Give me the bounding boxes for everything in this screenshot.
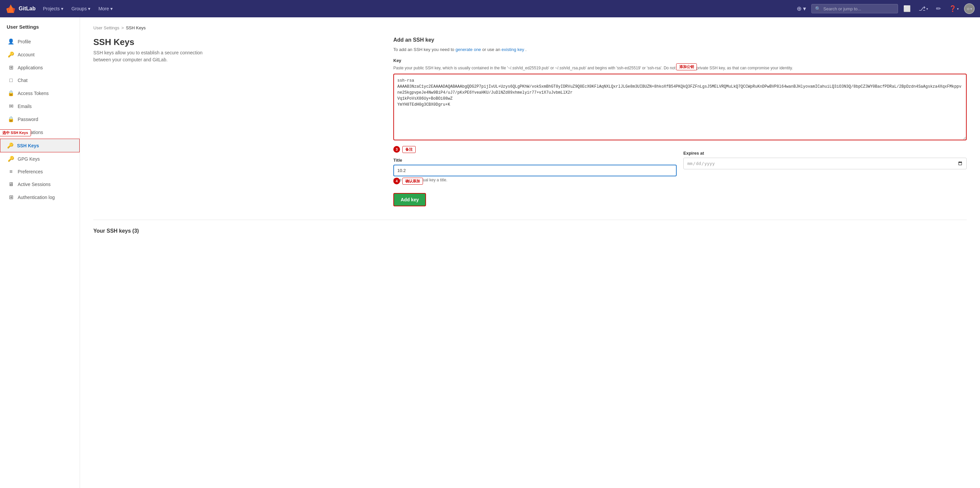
- search-icon: 🔍: [815, 6, 821, 11]
- plus-circle-icon: ⊕: [797, 5, 802, 12]
- add-section-intro: To add an SSH key you need to generate o…: [393, 46, 967, 53]
- gpg-keys-icon: 🔑: [8, 156, 14, 162]
- preferences-icon: ≡: [8, 168, 14, 175]
- search-input[interactable]: [823, 6, 894, 11]
- title-field-hint: Give your individual key a title.: [393, 178, 677, 182]
- key-field-label: Key: [393, 58, 967, 63]
- sidebar-item-auth-log[interactable]: ⊞ Authentication log: [0, 191, 80, 203]
- help-icon-btn[interactable]: ❓ ▾: [947, 3, 961, 14]
- logo-text: GitLab: [19, 6, 36, 12]
- sidebar: User Settings 👤 Profile 🔑 Account ⊞ Appl…: [0, 17, 80, 488]
- auth-log-icon: ⊞: [8, 194, 14, 200]
- layout: User Settings 👤 Profile 🔑 Account ⊞ Appl…: [0, 0, 980, 488]
- sidebar-item-label: SSH Keys: [17, 143, 39, 148]
- chat-icon: □: [8, 77, 14, 83]
- screen-icon: ⬜: [903, 5, 911, 12]
- breadcrumb: User Settings > SSH Keys: [93, 25, 967, 30]
- edit-icon: ✏: [936, 5, 941, 12]
- topnav: GitLab Projects ▾ Groups ▾ More ▾ ⊕ ▾ 🔍 …: [0, 0, 980, 17]
- add-key-button[interactable]: Add key: [393, 193, 426, 206]
- nav-more[interactable]: More ▾: [95, 4, 116, 13]
- gitlab-logo-icon: [5, 3, 16, 14]
- add-section-title: Add an SSH key: [393, 37, 967, 43]
- generate-one-link[interactable]: generate one: [455, 47, 481, 52]
- left-column: SSH Keys SSH keys allow you to establish…: [93, 37, 380, 206]
- active-sessions-icon: 🖥: [8, 181, 14, 188]
- chevron-down-icon: ▾: [926, 7, 928, 11]
- annotation-2-wrapper: 2 添加公钥: [676, 64, 684, 70]
- sidebar-item-profile[interactable]: 👤 Profile: [0, 35, 80, 48]
- sidebar-item-password[interactable]: 🔒 Password: [0, 113, 80, 126]
- annotation-label-4: 确认添加: [402, 178, 423, 185]
- sidebar-item-access-tokens[interactable]: 🔒 Access Tokens: [0, 87, 80, 100]
- sidebar-item-preferences[interactable]: ≡ Preferences: [0, 165, 80, 178]
- content-grid: SSH Keys SSH keys allow you to establish…: [93, 37, 967, 206]
- topnav-nav: Projects ▾ Groups ▾ More ▾: [40, 4, 116, 13]
- sidebar-item-ssh-keys[interactable]: 🔑 SSH Keys: [0, 139, 80, 152]
- sidebar-item-label: GPG Keys: [18, 156, 40, 162]
- edit-icon-btn[interactable]: ✏: [933, 3, 943, 14]
- annotation-label-1: 选中 SSH Keys: [0, 129, 31, 136]
- profile-icon: 👤: [8, 38, 14, 45]
- title-field-label: Title: [393, 158, 677, 163]
- sidebar-item-label: Active Sessions: [18, 182, 51, 187]
- nav-projects[interactable]: Projects ▾: [40, 4, 67, 13]
- right-column: Add an SSH key To add an SSH key you nee…: [393, 37, 967, 206]
- merge-request-icon-btn[interactable]: ⎇ ▾: [916, 3, 931, 14]
- sidebar-item-active-sessions[interactable]: 🖥 Active Sessions: [0, 178, 80, 191]
- nav-groups[interactable]: Groups ▾: [68, 4, 94, 13]
- title-group: 3 备注 Title Give your individual key a ti…: [393, 146, 677, 182]
- screen-icon-btn[interactable]: ⬜: [900, 3, 913, 14]
- annotation-4-wrapper: 4 确认添加: [393, 178, 423, 185]
- annotation-3-inner: 3 备注: [393, 146, 677, 153]
- expires-date-input[interactable]: [683, 158, 967, 169]
- breadcrumb-current: SSH Keys: [126, 25, 146, 30]
- form-row: 3 备注 Title Give your individual key a ti…: [393, 146, 967, 182]
- sidebar-item-account[interactable]: 🔑 Account: [0, 48, 80, 61]
- sidebar-item-applications[interactable]: ⊞ Applications: [0, 61, 80, 74]
- key-textarea[interactable]: ssh-rsa AAAAB3NzaC1yc2EAAAADAQABAAAbgQDG…: [393, 74, 967, 140]
- annotation-badge-4: 4: [393, 178, 400, 184]
- sidebar-item-label: Access Tokens: [18, 91, 49, 96]
- add-key-btn-wrapper: 4 确认添加 Add key: [393, 188, 426, 206]
- chevron-down-icon: ▾: [957, 7, 959, 11]
- sidebar-item-label: Chat: [18, 78, 28, 83]
- search-bar[interactable]: 🔍: [811, 4, 898, 13]
- password-icon: 🔒: [8, 116, 14, 122]
- topnav-right: ⊕ ▾ 🔍 ⬜ ⎇ ▾ ✏ ❓ ▾ ○ ▾: [794, 3, 975, 14]
- main-content: User Settings > SSH Keys SSH Keys SSH ke…: [80, 17, 980, 488]
- chevron-down-icon: ▾: [61, 6, 63, 11]
- avatar: ○: [967, 6, 969, 11]
- account-icon: 🔑: [8, 51, 14, 58]
- title-input[interactable]: [393, 165, 677, 176]
- sidebar-item-emails[interactable]: ✉ Emails: [0, 100, 80, 113]
- help-icon: ❓: [949, 5, 956, 12]
- sidebar-item-label: Profile: [18, 39, 31, 45]
- sidebar-item-label: Preferences: [18, 169, 43, 174]
- annotation-badge-3: 3: [393, 146, 400, 153]
- sidebar-item-chat[interactable]: □ Chat: [0, 74, 80, 87]
- annotation-label-3: 备注: [402, 146, 416, 153]
- logo[interactable]: GitLab: [5, 3, 36, 14]
- expires-group: Expires at: [683, 146, 967, 182]
- merge-icon: ⎇: [919, 5, 926, 12]
- chevron-down-icon: ▾: [110, 6, 113, 11]
- existing-key-link[interactable]: existing key: [502, 47, 524, 52]
- sidebar-item-label: Emails: [18, 104, 32, 109]
- applications-icon: ⊞: [8, 64, 14, 71]
- create-new-button[interactable]: ⊕ ▾: [794, 3, 809, 14]
- sidebar-item-label: Account: [18, 52, 35, 57]
- annotation-1-wrapper: 1 选中 SSH Keys: [0, 129, 7, 136]
- chevron-down-icon: ▾: [803, 5, 806, 12]
- user-avatar-btn[interactable]: ○ ▾: [964, 3, 975, 14]
- breadcrumb-parent: User Settings: [93, 25, 119, 30]
- sidebar-item-label: Authentication log: [18, 195, 55, 200]
- access-tokens-icon: 🔒: [8, 90, 14, 96]
- sidebar-item-label: Password: [18, 117, 38, 122]
- annotation-3-wrapper: 3 备注: [393, 146, 677, 153]
- sidebar-title: User Settings: [0, 24, 80, 35]
- page-description: SSH keys allow you to establish a secure…: [93, 49, 213, 64]
- ssh-keys-icon: 🔑: [7, 142, 14, 149]
- page-title: SSH Keys: [93, 37, 380, 47]
- sidebar-item-gpg-keys[interactable]: 🔑 GPG Keys: [0, 152, 80, 165]
